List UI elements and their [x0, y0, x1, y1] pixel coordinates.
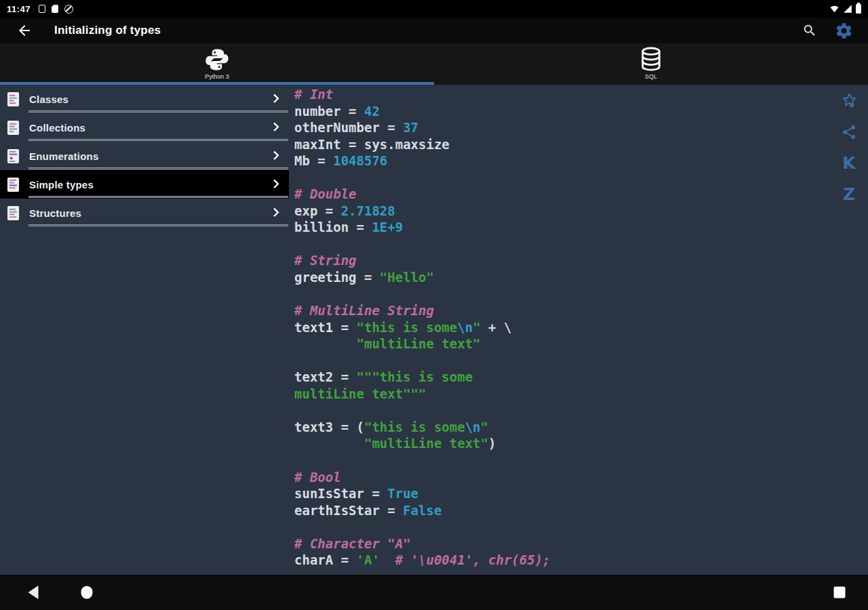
code-token: "Hello": [380, 270, 434, 285]
code-token: text1 =: [294, 320, 357, 335]
code-token: # Int: [294, 87, 333, 102]
search-icon[interactable]: [802, 23, 817, 38]
code-token: Mb =: [294, 153, 333, 168]
code-token: False: [403, 503, 441, 518]
code-line: number = 42: [294, 103, 831, 120]
code-line: charA = 'A' # '\u0041', chr(65);: [294, 552, 831, 569]
sidebar-item-label: Simple types: [29, 179, 94, 190]
sidebar-item-label: Structures: [29, 207, 81, 219]
code-line: # String: [294, 252, 831, 269]
code-line: earthIsStar = False: [294, 502, 831, 519]
android-nav-bar: [0, 575, 868, 610]
app-screen: 11:47 Initializing of types: [0, 0, 868, 610]
code-token: "multiLine text": [364, 436, 488, 451]
code-token: sunIsStar =: [294, 486, 387, 501]
status-left-icons: [39, 5, 73, 14]
code-token: # Character "A": [294, 536, 411, 551]
snippet-thumbnail-icon: [7, 148, 20, 164]
code-line: text1 = "this is some\n" + \: [294, 319, 831, 336]
code-token: # '\u0041', chr(65);: [395, 552, 551, 567]
tab-python3[interactable]: Python 3: [0, 43, 434, 85]
letter-k-icon[interactable]: K: [840, 154, 859, 172]
code-token: True: [387, 486, 418, 501]
code-line: [294, 452, 831, 469]
code-token: maxInt = sys.maxsize: [294, 137, 450, 152]
tab-sql[interactable]: SQL: [434, 43, 868, 85]
snippet-thumbnail-icon: [7, 205, 20, 221]
battery-icon: [856, 4, 861, 14]
code-token: + \: [481, 320, 512, 335]
sidebar-item-classes[interactable]: Classes: [0, 85, 289, 113]
code-token: [294, 436, 364, 451]
code-line: exp = 2.71828: [294, 203, 831, 220]
snippet-thumbnail-icon: [7, 177, 20, 192]
code-line: maxInt = sys.maxsize: [294, 136, 831, 153]
sidebar-item-collections[interactable]: Collections: [0, 113, 289, 142]
code-line: # Bool: [294, 469, 831, 486]
sidebar-item-simple-types[interactable]: Simple types: [0, 170, 289, 199]
chevron-right-icon: [270, 94, 279, 103]
sidebar-item-label: Enumerations: [29, 150, 98, 162]
database-icon: [639, 47, 663, 73]
language-tab-bar: Python 3 SQL: [0, 43, 868, 85]
code-line: sunIsStar = True: [294, 485, 831, 502]
sidebar-item-enumerations[interactable]: Enumerations: [0, 142, 289, 170]
favorite-add-star-icon[interactable]: [840, 92, 859, 110]
divider: [28, 224, 288, 227]
chevron-right-icon: [270, 150, 279, 160]
status-bar: 11:47: [0, 0, 868, 18]
code-token: [294, 336, 357, 351]
nav-back-icon[interactable]: [28, 586, 39, 599]
chevron-right-icon: [270, 179, 279, 188]
clock: 11:47: [7, 4, 31, 14]
code-token: "multiLine text": [357, 336, 481, 351]
nav-recents-icon[interactable]: [834, 587, 846, 598]
tab-label: SQL: [645, 73, 657, 80]
cell-signal-icon: [843, 4, 852, 14]
code-token: """this is some: [357, 369, 473, 384]
back-arrow-icon[interactable]: [16, 22, 33, 39]
code-token: ": [481, 420, 488, 434]
code-line: # MultiLine String: [294, 302, 831, 319]
code-token: otherNumber =: [294, 120, 403, 135]
app-bar: Initializing of types: [0, 18, 868, 43]
code-token: [380, 552, 395, 567]
app-bar-actions: [802, 22, 853, 40]
code-line: # Character "A": [294, 535, 831, 552]
code-line: [294, 402, 831, 419]
code-token: exp =: [294, 203, 341, 218]
code-token: 42: [364, 104, 380, 119]
settings-gear-icon[interactable]: [835, 22, 853, 40]
code-token: ": [473, 320, 480, 335]
code-token: \n: [457, 320, 473, 335]
snippet-thumbnail-icon: [7, 92, 20, 107]
code-token: charA =: [294, 552, 357, 567]
code-line: [294, 169, 831, 186]
code-line: [294, 236, 831, 253]
code-line: billion = 1E+9: [294, 219, 831, 236]
sidebar-item-label: Classes: [29, 94, 68, 105]
share-icon[interactable]: [840, 123, 859, 141]
sidebar-item-structures[interactable]: Structures: [0, 199, 289, 227]
status-right-icons: [829, 4, 861, 14]
code-token: # Double: [294, 186, 357, 201]
snippet-thumbnail-icon: [7, 120, 20, 136]
sidebar-item-label: Collections: [29, 122, 85, 134]
nav-home-icon[interactable]: [81, 586, 93, 599]
code-token: 1E+9: [372, 220, 403, 235]
code-token: "this is some: [357, 320, 458, 335]
page-title: Initializing of types: [54, 24, 161, 37]
chevron-right-icon: [270, 207, 279, 217]
code-token: "this is some: [364, 420, 465, 434]
code-token: 2.71828: [341, 203, 395, 218]
code-line: [294, 352, 831, 369]
data-saver-off-icon: [64, 5, 73, 14]
code-line: Mb = 1048576: [294, 152, 831, 169]
code-token: 37: [403, 120, 418, 135]
code-token: \n: [465, 420, 481, 434]
code-panel[interactable]: # Intnumber = 42otherNumber = 37maxInt =…: [294, 85, 831, 575]
content: Classes Collections Enumerations: [0, 85, 868, 575]
code-token: # Bool: [294, 470, 341, 485]
app-notification-icon: [39, 5, 45, 13]
letter-z-icon[interactable]: Z: [840, 185, 859, 203]
